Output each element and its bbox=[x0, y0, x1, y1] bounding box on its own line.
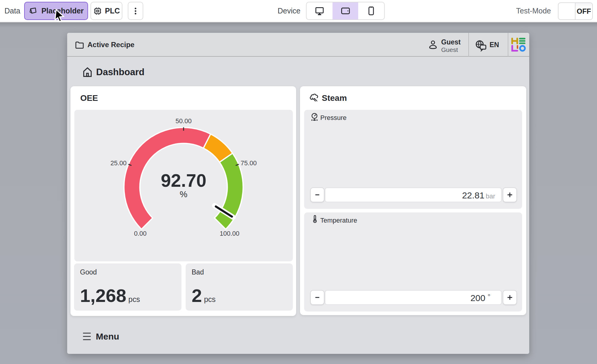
svg-text:%: % bbox=[180, 189, 187, 199]
svg-text:25.00: 25.00 bbox=[110, 160, 127, 167]
svg-text:100.00: 100.00 bbox=[220, 230, 239, 237]
svg-text:75.00: 75.00 bbox=[241, 160, 257, 167]
svg-text:0.00: 0.00 bbox=[134, 230, 147, 237]
svg-text:92.70: 92.70 bbox=[161, 170, 207, 191]
svg-text:50.00: 50.00 bbox=[176, 118, 192, 125]
